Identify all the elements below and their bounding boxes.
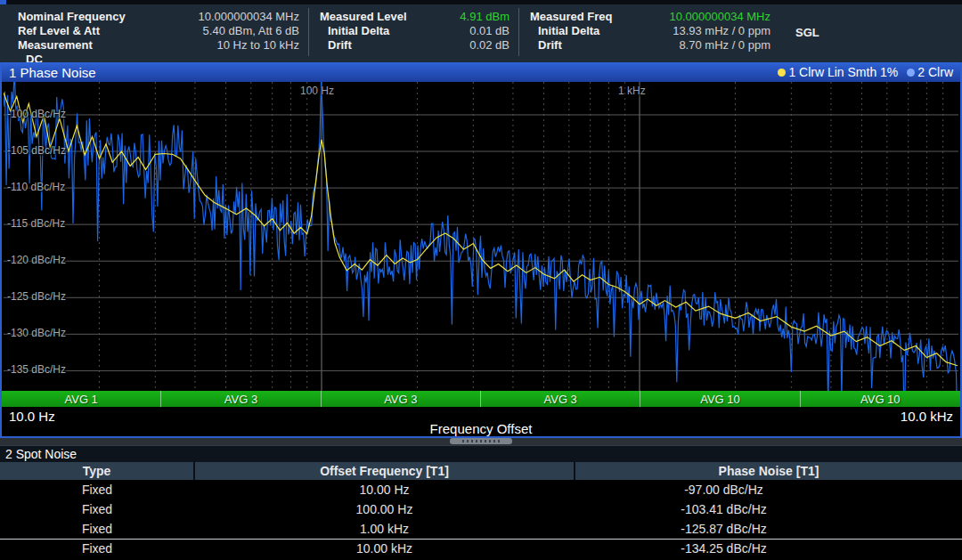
level-drift-value: 0.02 dB	[352, 38, 510, 53]
level-initial-delta-label: Initial Delta	[320, 24, 389, 38]
nominal-frequency-value: 10.000000034 MHz	[126, 10, 299, 24]
phase-noise-window-title: 1 Phase Noise	[9, 65, 778, 80]
freq-drift-label: Drift	[530, 38, 562, 53]
spot-noise-column-header: Offset Frequency [T1]	[194, 462, 575, 480]
trace-2-blue	[4, 82, 958, 391]
single-sweep-badge: SGL	[779, 8, 819, 62]
level-initial-delta-value: 0.01 dB	[389, 24, 510, 38]
phase-noise-chart-area[interactable]: -100 dBc/Hz-105 dBc/Hz-110 dBc/Hz-115 dB…	[2, 82, 960, 391]
phase-noise-cell: -134.25 dBc/Hz	[575, 539, 962, 558]
nominal-frequency-label: Nominal Frequency	[18, 10, 126, 24]
trace1-color-dot-icon	[778, 69, 786, 77]
phase-noise-window: 1 Phase Noise 1 Clrw Lin Smth 1% 2 Clrw …	[0, 62, 962, 438]
legend-trace-1-label: 1 Clrw Lin Smth 1%	[788, 65, 898, 79]
phase-noise-cell: -103.41 dBc/Hz	[575, 499, 962, 519]
offset-frequency-cell: 100.00 Hz	[194, 499, 575, 519]
measured-freq-value: 10.000000034 MHz	[612, 10, 770, 24]
phase-noise-titlebar[interactable]: 1 Phase Noise 1 Clrw Lin Smth 1% 2 Clrw	[2, 62, 960, 82]
freq-initial-delta-value: 13.93 mHz / 0 ppm	[599, 24, 770, 38]
legend-trace-2-label: 2 Clrw	[917, 65, 953, 79]
spot-noise-header-row: TypeOffset Frequency [T1]Phase Noise [T1…	[0, 462, 962, 480]
header-block-nominal: Nominal Frequency10.000000034 MHz Ref Le…	[0, 8, 309, 56]
top-strip	[0, 0, 962, 4]
splitter-handle-icon[interactable]	[450, 438, 512, 444]
offset-frequency-cell: 10.00 kHz	[194, 539, 575, 558]
type-cell: Fixed	[0, 480, 194, 499]
phase-noise-cell: -97.00 dBc/Hz	[575, 480, 962, 499]
trace-legend: 1 Clrw Lin Smth 1% 2 Clrw	[778, 65, 953, 79]
x-axis-start-label: 10.0 Hz	[9, 409, 55, 424]
legend-trace-1[interactable]: 1 Clrw Lin Smth 1%	[778, 65, 898, 79]
spot-noise-table: TypeOffset Frequency [T1]Phase Noise [T1…	[0, 462, 962, 558]
avg-segment: AVG 10	[801, 391, 960, 407]
measurement-range-value: 10 Hz to 10 kHz	[93, 38, 299, 53]
measured-freq-label: Measured Freq	[530, 10, 612, 24]
avg-segment: AVG 3	[161, 391, 321, 407]
spot-noise-row[interactable]: Fixed10.00 kHz-134.25 dBc/Hz	[0, 539, 962, 558]
avg-segment: AVG 3	[481, 391, 640, 407]
x-axis-stop-label: 10.0 kHz	[901, 409, 953, 424]
spot-noise-row[interactable]: Fixed10.00 Hz-97.00 dBc/Hz	[0, 480, 962, 499]
header-block-measured-freq: Measured Freq10.000000034 MHz Initial De…	[519, 8, 779, 56]
spot-noise-row[interactable]: Fixed100.00 Hz-103.41 dBc/Hz	[0, 499, 962, 519]
measurement-label: Measurement	[18, 38, 93, 53]
spot-noise-column-header: Type	[0, 462, 194, 480]
spot-noise-window: 2 Spot Noise TypeOffset Frequency [T1]Ph…	[0, 445, 962, 560]
type-cell: Fixed	[0, 539, 194, 558]
header-block-measured-level: Measured Level4.91 dBm Initial Delta0.01…	[309, 8, 519, 56]
legend-trace-2[interactable]: 2 Clrw	[907, 65, 953, 79]
window-splitter[interactable]	[0, 438, 962, 445]
trace2-color-dot-icon	[907, 69, 915, 77]
phase-noise-cell: -125.87 dBc/Hz	[575, 519, 962, 539]
spot-noise-column-header: Phase Noise [T1]	[575, 462, 962, 480]
measured-level-label: Measured Level	[320, 10, 407, 24]
avg-segment: AVG 3	[322, 391, 481, 407]
offset-frequency-cell: 1.00 kHz	[194, 519, 575, 539]
level-drift-label: Drift	[320, 38, 352, 53]
phase-noise-plot	[2, 82, 960, 391]
focus-corner-marker	[0, 0, 6, 4]
avg-segment: AVG 1	[2, 391, 161, 407]
freq-initial-delta-label: Initial Delta	[530, 24, 599, 38]
x-axis-title: Frequency Offset	[430, 421, 533, 436]
measurement-info-header: Nominal Frequency10.000000034 MHz Ref Le…	[0, 4, 962, 62]
spot-noise-row[interactable]: Fixed1.00 kHz-125.87 dBc/Hz	[0, 519, 962, 539]
type-cell: Fixed	[0, 519, 194, 539]
measured-level-value: 4.91 dBm	[407, 10, 510, 24]
spot-noise-window-title: 2 Spot Noise	[5, 447, 77, 461]
freq-drift-value: 8.70 mHz / 0 ppm	[562, 38, 770, 53]
instrument-screen: Nominal Frequency10.000000034 MHz Ref Le…	[0, 0, 962, 560]
ref-level-att-value: 5.40 dBm, Att 6 dB	[100, 24, 299, 38]
trace-1-yellow	[4, 93, 958, 365]
type-cell: Fixed	[0, 499, 194, 519]
avg-status-bar: AVG 1AVG 3AVG 3AVG 3AVG 10AVG 10	[2, 391, 960, 407]
avg-segment: AVG 10	[640, 391, 800, 407]
x-axis-footer: 10.0 Hz Frequency Offset 10.0 kHz	[2, 407, 960, 436]
offset-frequency-cell: 10.00 Hz	[194, 480, 575, 499]
ref-level-att-label: Ref Level & Att	[18, 24, 100, 38]
spot-noise-titlebar[interactable]: 2 Spot Noise	[0, 445, 962, 462]
